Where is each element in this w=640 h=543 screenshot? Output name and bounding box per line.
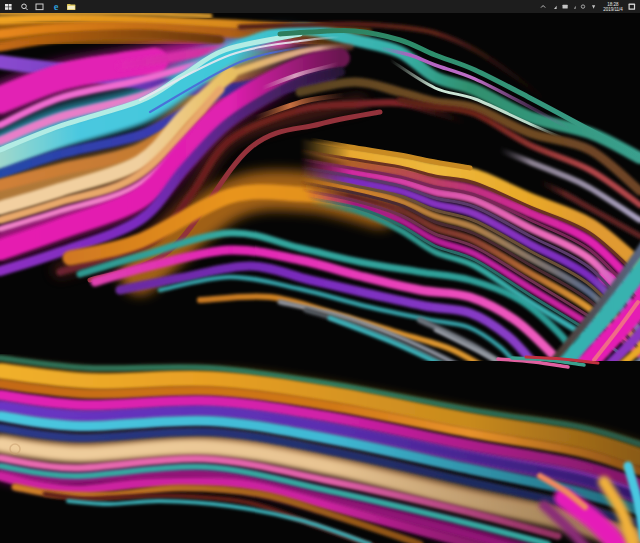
svg-text:2019/11/4: 2019/11/4 — [603, 7, 623, 12]
svg-text:18:28: 18:28 — [607, 2, 619, 7]
svg-text:e: e — [54, 1, 59, 12]
